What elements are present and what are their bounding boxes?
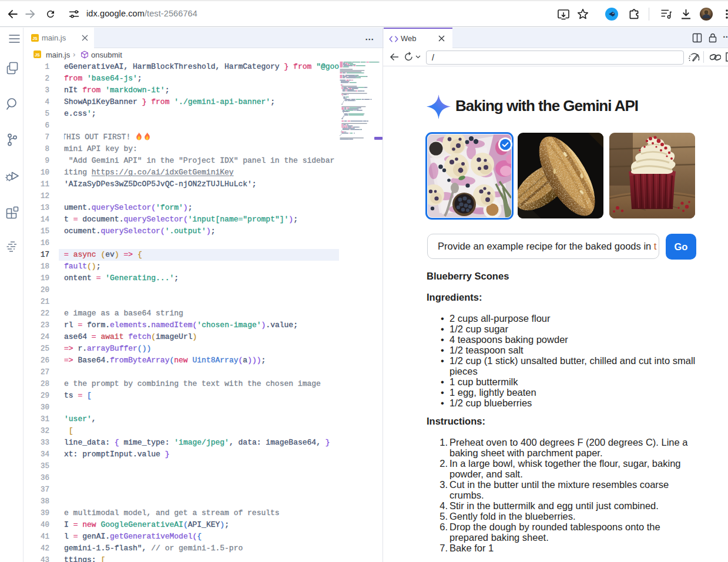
svg-text:JS: JS xyxy=(32,36,38,41)
svg-text:JS: JS xyxy=(35,53,40,57)
